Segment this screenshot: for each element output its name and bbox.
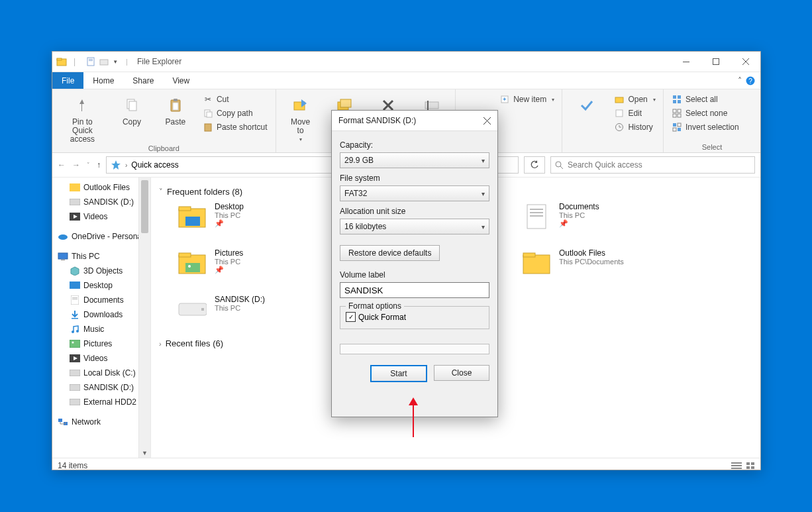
minimize-button[interactable] — [671, 52, 701, 72]
tile-documents[interactable]: DocumentsThis PC📌 — [522, 202, 654, 231]
forward-button[interactable]: → — [72, 160, 80, 170]
tree-item-music[interactable]: Music — [56, 322, 149, 336]
select-none-button[interactable]: Select none — [669, 107, 742, 119]
details-view-button[interactable] — [731, 462, 742, 470]
recent-dropdown[interactable]: ˅ — [87, 162, 90, 168]
tile-sandisk[interactable]: SANDISK (D:)This PC — [178, 295, 310, 324]
open-button[interactable]: Open▾ — [611, 93, 658, 105]
tree-item-onedrive[interactable]: OneDrive - Personal — [56, 229, 149, 244]
clipboard-small: ✂Cut Copy path Paste shortcut — [200, 92, 270, 133]
drive-icon — [178, 295, 207, 324]
svg-rect-5 — [100, 60, 108, 65]
new-item-icon: ✦ — [499, 94, 510, 105]
open-group-label — [568, 142, 658, 151]
tab-view[interactable]: View — [163, 72, 199, 89]
edit-icon — [614, 108, 625, 119]
tab-home[interactable]: Home — [83, 72, 123, 89]
tree-item-local-c[interactable]: Local Disk (C:) — [56, 366, 149, 380]
qat-newfolder-icon[interactable] — [99, 57, 109, 66]
allocation-dropdown[interactable]: 16 kilobytes▾ — [340, 219, 489, 234]
tile-outlook-files[interactable]: Outlook FilesThis PC\Documents — [522, 248, 654, 278]
svg-rect-16 — [173, 103, 178, 110]
search-input[interactable]: Search Quick access — [550, 156, 755, 174]
tree-item-this-pc[interactable]: This PC — [56, 249, 149, 264]
copy-path-button[interactable]: Copy path — [200, 107, 270, 119]
maximize-button[interactable] — [701, 52, 731, 72]
clipboard-group-label: Clipboard — [58, 144, 270, 152]
tab-file[interactable]: File — [52, 72, 83, 89]
svg-rect-58 — [72, 299, 77, 299]
start-button[interactable]: Start — [370, 365, 427, 382]
paste-icon — [165, 95, 186, 116]
move-to-button[interactable]: Move to ▾ — [281, 92, 320, 144]
status-bar: 14 items — [52, 458, 760, 473]
paste-button[interactable]: Paste — [156, 92, 195, 127]
tree-item-downloads[interactable]: Downloads — [56, 307, 149, 322]
svg-point-45 — [556, 162, 561, 167]
history-button[interactable]: History — [611, 121, 658, 133]
tree-item-3d-objects[interactable]: 3D Objects — [56, 264, 149, 278]
tree-item-documents[interactable]: Documents — [56, 293, 149, 307]
pin-to-quick-access-button[interactable]: Pin to Quick access — [58, 92, 107, 144]
capacity-dropdown[interactable]: 29.9 GB▾ — [340, 152, 489, 168]
item-count: 14 items — [58, 461, 87, 470]
svg-rect-53 — [61, 260, 65, 260]
tree-item-outlook-files[interactable]: Outlook Files — [56, 180, 149, 195]
new-item-button[interactable]: ✦New item▾ — [497, 93, 557, 105]
tile-pictures[interactable]: PicturesThis PC📌 — [178, 248, 310, 278]
tree-item-pictures[interactable]: Pictures — [56, 336, 149, 351]
close-button[interactable]: Close — [434, 365, 489, 381]
svg-rect-85 — [201, 308, 204, 311]
up-button[interactable]: ↑ — [97, 160, 101, 170]
svg-line-46 — [560, 166, 563, 169]
qat-properties-icon[interactable] — [86, 57, 95, 66]
svg-rect-34 — [673, 100, 676, 103]
tile-desktop[interactable]: DesktopThis PC📌 — [178, 202, 310, 231]
nav-scrollbar[interactable]: ▲▼ — [138, 178, 150, 458]
svg-rect-88 — [731, 468, 742, 469]
edit-button[interactable]: Edit — [611, 107, 658, 119]
collapse-ribbon-icon[interactable]: ˄ — [738, 76, 742, 85]
properties-button[interactable] — [568, 92, 606, 118]
svg-rect-26 — [427, 101, 429, 110]
cut-icon: ✂ — [203, 94, 213, 105]
network-icon — [58, 417, 68, 427]
invert-selection-button[interactable]: Invert selection — [669, 121, 742, 133]
objects3d-icon — [70, 266, 80, 276]
refresh-button[interactable] — [524, 156, 545, 174]
svg-rect-40 — [673, 123, 676, 127]
select-all-button[interactable]: Select all — [669, 93, 742, 105]
back-button[interactable]: ← — [58, 160, 66, 170]
dialog-footer: Start Close — [332, 360, 497, 389]
svg-rect-2 — [87, 58, 94, 66]
help-icon[interactable]: ? — [746, 76, 755, 85]
svg-rect-38 — [673, 114, 676, 117]
cut-button[interactable]: ✂Cut — [200, 93, 270, 105]
paste-shortcut-button[interactable]: Paste shortcut — [200, 121, 270, 133]
drive-icon — [70, 382, 80, 393]
chevron-down-icon: ▾ — [482, 223, 485, 230]
tree-item-sandisk2[interactable]: SANDISK (D:) — [56, 380, 149, 395]
annotation-arrow — [409, 397, 418, 437]
tab-share[interactable]: Share — [123, 72, 163, 89]
svg-rect-29 — [615, 97, 623, 103]
tree-item-external-hdd[interactable]: External HDD2 (E:) — [56, 395, 149, 409]
quick-format-checkbox[interactable]: ✓ Quick Format — [346, 312, 483, 322]
tree-item-desktop[interactable]: Desktop — [56, 278, 149, 293]
large-icons-view-button[interactable] — [746, 462, 755, 470]
dialog-close-button[interactable] — [483, 117, 491, 125]
tree-item-videos2[interactable]: Videos — [56, 351, 149, 366]
volume-label-input[interactable] — [340, 282, 489, 298]
qat-dropdown-icon[interactable]: ▼ — [113, 59, 118, 65]
svg-rect-3 — [89, 59, 93, 60]
window-title: File Explorer — [134, 57, 671, 66]
close-button[interactable] — [731, 52, 760, 72]
restore-defaults-button[interactable]: Restore device defaults — [340, 245, 440, 261]
filesystem-dropdown[interactable]: FAT32▾ — [340, 185, 489, 201]
tree-item-network[interactable]: Network — [56, 415, 149, 429]
dialog-title: Format SANDISK (D:) — [338, 116, 483, 125]
copy-button[interactable]: Copy — [113, 92, 151, 127]
tree-item-videos[interactable]: Videos — [56, 209, 149, 224]
svg-rect-37 — [678, 109, 681, 113]
tree-item-sandisk[interactable]: SANDISK (D:) — [56, 195, 149, 209]
